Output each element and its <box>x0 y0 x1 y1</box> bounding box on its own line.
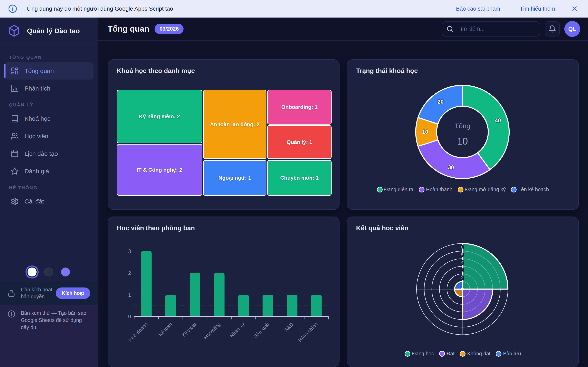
treemap-tile[interactable]: Kỹ năng mềm: 2 <box>117 90 202 143</box>
donut-center-label: Tổng <box>454 122 470 130</box>
bar[interactable] <box>311 295 322 317</box>
bar[interactable] <box>287 295 297 317</box>
apps-script-banner: Ứng dụng này do một người dùng Google Ap… <box>0 0 588 17</box>
x-category-label: Kế toán <box>157 322 173 337</box>
slice-value-label: 40 <box>495 117 501 124</box>
polar-wedge[interactable] <box>455 289 462 297</box>
bell-icon <box>548 25 556 33</box>
x-category-label: Kỹ thuật <box>181 321 197 338</box>
activate-button[interactable]: Kích hoạt <box>56 287 90 299</box>
theme-dot-purple[interactable] <box>61 267 70 276</box>
legend-item: Đạt <box>439 351 454 357</box>
star-icon <box>11 167 19 175</box>
search-input[interactable] <box>457 26 536 32</box>
calendar-icon <box>11 150 19 158</box>
sidebar-item-chart[interactable]: Phân tích <box>4 80 94 97</box>
legend-dot <box>377 187 383 192</box>
report-abuse-link[interactable]: Báo cáo sai phạm <box>456 6 500 12</box>
dashboard-icon <box>11 67 19 75</box>
sidebar-item-star[interactable]: Đánh giá <box>4 163 94 180</box>
legend-dot <box>419 187 424 192</box>
sidebar: Quản lý Đào tạo TỔNG QUANTổng quanPhân t… <box>0 17 98 367</box>
treemap-chart: Kỹ năng mềm: 2IT & Công nghệ: 2An toàn l… <box>117 90 332 196</box>
polar-wedge[interactable] <box>455 282 462 289</box>
legend-dot <box>458 187 463 192</box>
theme-dot-light[interactable] <box>27 267 36 276</box>
nav-section-label: TỔNG QUAN <box>9 55 98 60</box>
polar-wedge[interactable] <box>462 289 493 319</box>
book-icon <box>11 115 19 123</box>
y-tick-label: 0 <box>128 314 131 319</box>
x-category-label: Sản xuất <box>253 321 270 339</box>
app-logo-row: Quản lý Đào tạo <box>0 17 98 44</box>
page-header: Tổng quan 03/2026 QL <box>98 17 588 41</box>
search-box[interactable] <box>442 21 540 36</box>
sidebar-nav: TỔNG QUANTổng quanPhân tíchQUẢN LÝKhoá h… <box>0 44 98 210</box>
card-course-status: Trạng thái khoá học 40301020Tổng10 Đang … <box>347 59 579 210</box>
donut-legend: Đang diễn raHoàn thànhĐang mở đăng kýLên… <box>347 187 579 192</box>
sidebar-item-book[interactable]: Khoá học <box>4 110 94 127</box>
gear-icon <box>11 197 19 206</box>
treemap-tile[interactable]: Onboarding: 1 <box>267 90 332 125</box>
treemap-tile[interactable]: IT & Công nghệ: 2 <box>117 144 202 196</box>
legend-item: Bảo lưu <box>496 351 521 357</box>
donut-slice[interactable] <box>418 140 490 179</box>
slice-value-label: 20 <box>438 99 444 105</box>
license-band: Cần kích hoạt bản quyền. Kích hoạt <box>0 282 98 305</box>
legend-item: Lên kế hoạch <box>511 187 549 192</box>
close-banner-icon[interactable]: ✕ <box>571 5 578 13</box>
slice-value-label: 10 <box>422 129 428 135</box>
sidebar-item-calendar[interactable]: Lịch đào tạo <box>4 145 94 162</box>
users-icon <box>11 132 19 140</box>
treemap-tile[interactable]: Quản lý: 1 <box>267 125 332 159</box>
polar-area-chart: 23456 <box>347 217 579 367</box>
sidebar-item-label: Cài đặt <box>25 198 44 205</box>
donut-center-value: 10 <box>457 136 468 147</box>
chart-icon <box>11 84 19 92</box>
card-courses-by-category: Khoá học theo danh mục Kỹ năng mềm: 2IT … <box>108 59 339 210</box>
bar[interactable] <box>141 251 152 317</box>
treemap-tile[interactable]: An toàn lao động: 2 <box>203 90 267 159</box>
bar[interactable] <box>263 295 273 317</box>
sidebar-item-dashboard[interactable]: Tổng quan <box>4 62 94 80</box>
r-tick-label: 5 <box>461 252 463 257</box>
active-indicator <box>4 64 6 78</box>
bar-chart: 0123Kinh doanhKế toánKỹ thuậtMarketingNh… <box>108 217 339 367</box>
legend-item: Đang diễn ra <box>377 187 414 192</box>
info-circle-icon <box>7 310 16 318</box>
nav-section-label: HỆ THỐNG <box>9 185 98 191</box>
app-title: Quản lý Đào tạo <box>27 27 80 35</box>
notifications-button[interactable] <box>545 21 560 36</box>
search-icon <box>446 25 454 33</box>
bar[interactable] <box>190 273 200 317</box>
r-tick-label: 3 <box>461 267 463 273</box>
bar[interactable] <box>214 273 225 317</box>
legend-dot <box>405 351 410 357</box>
sidebar-item-gear[interactable]: Cài đặt <box>4 193 94 210</box>
theme-dot-dark[interactable] <box>44 267 53 276</box>
treemap-tile[interactable]: Ngoại ngữ: 1 <box>203 160 267 196</box>
nav-section-label: QUẢN LÝ <box>9 102 98 108</box>
x-category-label: Kinh doanh <box>127 322 149 343</box>
polar-legend: Đang họcĐạtKhông đạtBảo lưu <box>347 351 579 357</box>
bar[interactable] <box>165 295 176 317</box>
learn-more-link[interactable]: Tìm hiểu thêm <box>520 6 555 12</box>
sidebar-item-label: Lịch đào tạo <box>25 150 58 157</box>
lock-icon <box>7 289 16 298</box>
legend-item: Đang học <box>405 351 434 357</box>
x-category-label: Hành chính <box>297 322 319 343</box>
legend-dot <box>511 187 517 192</box>
r-tick-label: 4 <box>461 260 463 265</box>
sidebar-item-users[interactable]: Học viên <box>4 128 94 145</box>
license-text: Cần kích hoạt bản quyền. <box>21 286 56 300</box>
r-tick-label: 6 <box>461 245 463 250</box>
bar[interactable] <box>238 295 249 317</box>
treemap-tile[interactable]: Chuyên môn: 1 <box>267 160 332 196</box>
legend-dot <box>439 351 445 357</box>
legend-dot <box>460 351 466 357</box>
y-tick-label: 2 <box>128 270 131 276</box>
polar-wedge[interactable] <box>462 243 508 289</box>
avatar[interactable]: QL <box>564 21 580 37</box>
sidebar-item-label: Phân tích <box>25 85 51 92</box>
card-student-results: Kết quả học viên 23456 Đang họcĐạtKhông … <box>347 217 579 367</box>
